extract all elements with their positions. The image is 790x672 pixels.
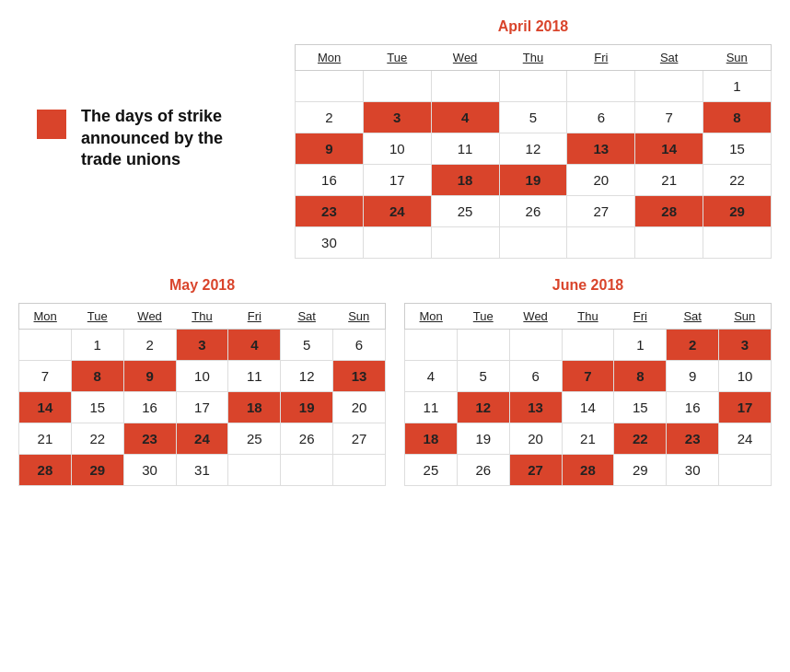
calendar-day: 1 [614,330,667,361]
calendar-day: 24 [719,423,772,455]
calendar-day: 25 [405,455,458,486]
calendar-day: 17 [719,392,772,423]
calendar-day: 1 [703,71,772,102]
calendar-day: 30 [667,455,719,486]
calendar-day: 26 [499,196,567,227]
calendar-day: 14 [635,133,703,165]
col-header-thu: Thu [499,45,567,71]
col-header-wed: Wed [123,304,176,330]
calendar-row: 9101112131415 [296,133,772,165]
calendar-day: 20 [509,423,562,455]
calendar-row: 28293031 [19,455,386,486]
calendar-day: 8 [703,102,772,133]
calendar-day: 6 [509,361,562,392]
calendar-day: 23 [296,196,364,227]
june-grid: MonTueWedThuFriSatSun 123456789101112131… [404,303,772,486]
calendar-row: 14151617181920 [19,392,386,423]
calendar-row: 252627282930 [405,455,772,486]
col-header-fri: Fri [228,304,281,330]
calendar-day: 5 [281,330,333,361]
calendar-day [703,227,772,259]
calendar-row: 1 [296,71,772,102]
legend-text: The days of strike announced by the trad… [81,106,258,170]
calendar-day: 12 [499,133,567,165]
col-header-mon: Mon [405,304,458,330]
calendar-day: 4 [431,102,499,133]
calendar-day: 24 [176,423,228,455]
calendar-row: 2345678 [296,102,772,133]
calendar-day: 7 [19,361,72,392]
calendar-day: 9 [123,361,176,392]
calendar-day: 3 [176,330,228,361]
calendar-day: 31 [176,455,228,486]
calendar-row: 45678910 [405,361,772,392]
calendar-day: 23 [667,423,719,455]
calendar-day: 17 [176,392,228,423]
calendar-day [363,227,431,259]
april-calendar: April 2018 MonTueWedThuFriSatSun 1234567… [295,18,772,259]
calendar-day [405,330,458,361]
calendar-day [431,227,499,259]
col-header-fri: Fri [614,304,667,330]
col-header-sat: Sat [667,304,719,330]
june-calendar: June 2018 MonTueWedThuFriSatSun 12345678… [404,277,772,486]
calendar-day: 3 [363,102,431,133]
calendar-day [509,330,562,361]
calendar-row: 18192021222324 [405,423,772,455]
calendar-day: 4 [405,361,458,392]
april-headers-row: MonTueWedThuFriSatSun [296,45,772,71]
calendar-day: 25 [228,423,281,455]
may-calendar: May 2018 MonTueWedThuFriSatSun 123456789… [18,277,386,486]
calendar-day [228,455,281,486]
calendar-day [281,455,333,486]
calendar-day: 30 [123,455,176,486]
calendar-day: 8 [614,361,667,392]
calendar-day: 16 [123,392,176,423]
calendar-day: 10 [719,361,772,392]
calendar-day: 12 [457,392,509,423]
calendar-day: 18 [431,165,499,196]
col-header-thu: Thu [176,304,228,330]
calendar-day: 11 [405,392,458,423]
calendar-day: 12 [281,361,333,392]
calendar-day: 18 [228,392,281,423]
june-headers-row: MonTueWedThuFriSatSun [405,304,772,330]
calendar-day: 4 [228,330,281,361]
col-header-sat: Sat [635,45,703,71]
calendar-day: 21 [635,165,703,196]
june-title: June 2018 [404,277,772,294]
calendar-day: 5 [457,361,509,392]
calendar-day: 22 [71,423,123,455]
calendar-day: 28 [562,455,614,486]
calendar-day: 3 [719,330,772,361]
calendar-day [19,330,72,361]
calendar-day: 16 [296,165,364,196]
col-header-thu: Thu [562,304,614,330]
calendar-day: 10 [363,133,431,165]
calendar-day: 7 [562,361,614,392]
calendar-day: 21 [19,423,72,455]
calendar-day: 24 [363,196,431,227]
calendar-day [457,330,509,361]
calendar-day: 2 [667,330,719,361]
may-grid: MonTueWedThuFriSatSun 123456789101112131… [18,303,386,486]
calendar-day: 26 [457,455,509,486]
col-header-tue: Tue [71,304,123,330]
may-title: May 2018 [18,277,386,294]
calendar-day: 16 [667,392,719,423]
col-header-wed: Wed [509,304,562,330]
calendar-row: 123 [405,330,772,361]
calendar-day [567,227,635,259]
calendar-day: 27 [509,455,562,486]
calendar-day [635,227,703,259]
calendar-day [431,71,499,102]
legend-square [37,110,66,139]
calendar-day: 23 [123,423,176,455]
calendar-day: 18 [405,423,458,455]
calendar-day: 13 [333,361,386,392]
calendar-row: 16171819202122 [296,165,772,196]
col-header-sun: Sun [333,304,386,330]
may-body: 1234567891011121314151617181920212223242… [19,330,386,486]
col-header-sun: Sun [703,45,772,71]
col-header-sun: Sun [719,304,772,330]
